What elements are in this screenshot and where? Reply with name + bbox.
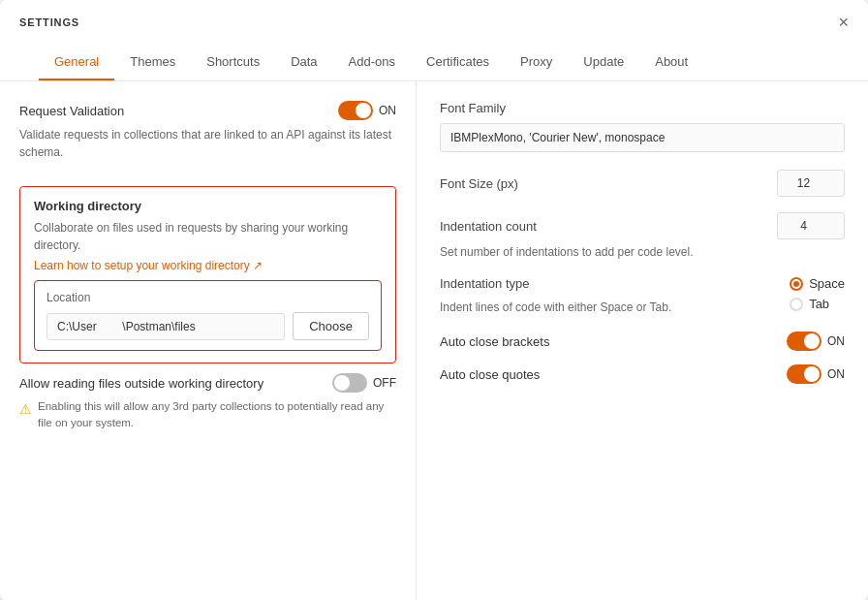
location-section: Location Choose — [34, 280, 382, 351]
tab-addons[interactable]: Add-ons — [333, 45, 411, 80]
auto-close-brackets-label: Auto close brackets — [440, 334, 549, 349]
request-validation-toggle[interactable] — [338, 101, 373, 120]
allow-reading-section: Allow reading files outside working dire… — [19, 373, 396, 432]
indentation-type-left: Indentation type Indent lines of code wi… — [440, 276, 671, 316]
font-size-label: Font Size (px) — [440, 176, 518, 191]
radio-tab-label: Tab — [809, 297, 829, 311]
modal-body: Request Validation ON Validate requests … — [0, 81, 868, 600]
warning-icon: ⚠ — [19, 399, 32, 420]
indentation-count-row: Indentation count — [440, 212, 845, 239]
auto-close-quotes-label: Auto close quotes — [440, 367, 540, 382]
font-family-label: Font Family — [440, 101, 845, 115]
indentation-count-section: Indentation count Set number of indentat… — [440, 212, 845, 261]
tab-bar: General Themes Shortcuts Data Add-ons Ce… — [19, 45, 849, 80]
location-input[interactable] — [46, 313, 285, 340]
modal-title: SETTINGS — [19, 16, 79, 42]
allow-reading-toggle[interactable] — [332, 373, 367, 393]
tab-certificates[interactable]: Certificates — [411, 45, 505, 80]
indentation-type-options: Space Tab — [790, 276, 845, 311]
request-validation-label: Request Validation — [19, 104, 124, 118]
auto-close-brackets-toggle-group: ON — [787, 332, 845, 351]
tab-update[interactable]: Update — [568, 45, 639, 80]
indentation-type-section: Indentation type Indent lines of code wi… — [440, 276, 845, 316]
font-size-section: Font Size (px) — [440, 170, 845, 197]
left-panel: Request Validation ON Validate requests … — [0, 81, 417, 600]
settings-modal: SETTINGS × General Themes Shortcuts Data… — [0, 0, 868, 600]
working-directory-link[interactable]: Learn how to setup your working director… — [34, 259, 263, 272]
auto-close-quotes-toggle-text: ON — [827, 367, 845, 381]
working-directory-desc: Collaborate on files used in requests by… — [34, 219, 382, 254]
tab-about[interactable]: About — [639, 45, 703, 80]
allow-reading-warning: ⚠ Enabling this will allow any 3rd party… — [19, 398, 396, 432]
request-validation-desc: Validate requests in collections that ar… — [19, 126, 396, 161]
radio-tab[interactable]: Tab — [790, 297, 845, 311]
working-directory-section: Working directory Collaborate on files u… — [19, 186, 396, 363]
auto-close-brackets-toggle-text: ON — [827, 334, 845, 348]
indentation-count-desc: Set number of indentations to add per co… — [440, 243, 845, 261]
allow-reading-toggle-group: OFF — [332, 373, 396, 393]
modal-title-tabs: SETTINGS × General Themes Shortcuts Data… — [19, 14, 849, 80]
tab-themes[interactable]: Themes — [114, 45, 191, 80]
modal-header: SETTINGS × General Themes Shortcuts Data… — [0, 0, 868, 81]
radio-tab-dot — [790, 298, 803, 311]
auto-close-quotes-toggle-group: ON — [787, 364, 845, 384]
allow-reading-label: Allow reading files outside working dire… — [19, 376, 264, 391]
close-button[interactable]: × — [838, 14, 849, 45]
auto-close-brackets-row: Auto close brackets ON — [440, 332, 845, 351]
tab-shortcuts[interactable]: Shortcuts — [191, 45, 275, 80]
auto-close-quotes-toggle[interactable] — [787, 364, 822, 384]
request-validation-section: Request Validation ON Validate requests … — [19, 101, 396, 161]
font-size-input[interactable] — [777, 170, 845, 197]
font-family-input[interactable] — [440, 123, 845, 152]
radio-space[interactable]: Space — [790, 276, 845, 291]
working-directory-heading: Working directory — [34, 199, 382, 213]
tab-data[interactable]: Data — [275, 45, 332, 80]
tab-proxy[interactable]: Proxy — [505, 45, 568, 80]
request-validation-toggle-group: ON — [338, 101, 396, 120]
choose-button[interactable]: Choose — [293, 312, 369, 340]
indentation-type-label: Indentation type — [440, 276, 671, 291]
indentation-count-label: Indentation count — [440, 219, 537, 234]
location-row: Choose — [46, 312, 369, 340]
warning-text: Enabling this will allow any 3rd party c… — [38, 398, 396, 432]
radio-space-dot — [790, 277, 803, 291]
location-label: Location — [46, 291, 369, 304]
right-panel: Font Family Font Size (px) Indentation c… — [417, 81, 868, 600]
request-validation-toggle-text: ON — [379, 104, 396, 117]
request-validation-row: Request Validation ON — [19, 101, 396, 120]
font-family-section: Font Family — [440, 101, 845, 152]
allow-reading-toggle-text: OFF — [373, 376, 396, 390]
tab-general[interactable]: General — [39, 45, 114, 80]
auto-close-brackets-toggle[interactable] — [787, 332, 822, 351]
indentation-count-input[interactable] — [777, 212, 845, 239]
indentation-type-desc: Indent lines of code with either Space o… — [440, 299, 671, 316]
auto-close-quotes-row: Auto close quotes ON — [440, 364, 845, 384]
allow-reading-row: Allow reading files outside working dire… — [19, 373, 396, 393]
radio-space-label: Space — [809, 276, 845, 291]
